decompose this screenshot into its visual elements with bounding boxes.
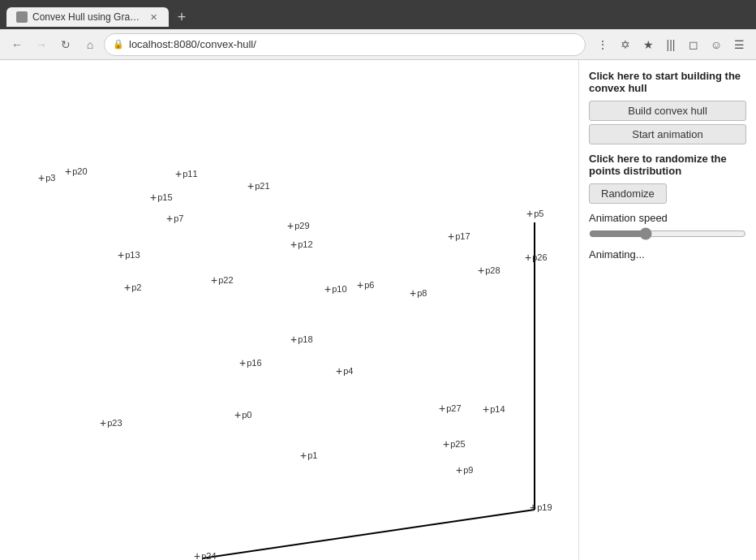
point-cross: +	[124, 282, 131, 293]
point-p20[interactable]: +p20	[65, 166, 88, 177]
active-tab[interactable]: Convex Hull using Graham s… ✕	[6, 7, 169, 27]
point-label: p26	[532, 252, 547, 262]
point-p25[interactable]: +p25	[443, 438, 466, 450]
back-button[interactable]: ←	[6, 34, 28, 55]
lock-icon: 🔒	[113, 39, 124, 50]
point-p10[interactable]: +p10	[324, 283, 347, 295]
speed-slider[interactable]	[589, 227, 746, 240]
point-cross: +	[247, 180, 254, 192]
point-label: p25	[450, 439, 465, 449]
tab-close-button[interactable]: ✕	[148, 11, 159, 23]
point-p15[interactable]: +p15	[150, 192, 173, 203]
point-p21[interactable]: +p21	[247, 180, 270, 192]
shield-icon[interactable]: ✡	[615, 34, 636, 55]
point-p13[interactable]: +p13	[118, 249, 140, 261]
browser-toolbar: ← → ↻ ⌂ 🔒 ⋮ ✡ ★ ||| ◻ ☺ ☰	[0, 29, 756, 60]
point-label: p20	[72, 166, 87, 176]
point-p27[interactable]: +p27	[439, 403, 462, 414]
point-p16[interactable]: +p16	[239, 357, 262, 368]
menu-icon[interactable]: ☰	[728, 34, 750, 55]
point-p14[interactable]: +p14	[483, 403, 505, 415]
point-label: p13	[125, 250, 140, 260]
point-label: p9	[463, 465, 473, 475]
point-cross: +	[290, 239, 297, 250]
point-p8[interactable]: +p8	[410, 287, 427, 299]
point-cross: +	[150, 192, 157, 203]
point-label: p29	[294, 221, 309, 230]
point-p11[interactable]: +p11	[175, 168, 198, 179]
point-cross: +	[530, 502, 536, 513]
point-label: p22	[218, 275, 233, 285]
animating-status: Animating...	[589, 248, 746, 261]
point-cross: +	[65, 166, 71, 177]
section2-title: Click here to randomize the points distr…	[589, 153, 746, 177]
point-cross: +	[287, 220, 294, 231]
point-label: p15	[157, 192, 172, 202]
point-label: p8	[417, 288, 427, 298]
url-input[interactable]	[129, 38, 577, 50]
point-p5[interactable]: +p5	[526, 208, 543, 219]
point-cross: +	[478, 265, 484, 276]
point-cross: +	[211, 274, 217, 286]
start-animation-button[interactable]: Start animation	[589, 124, 746, 144]
point-cross: +	[324, 283, 331, 295]
point-p0[interactable]: +p0	[234, 409, 251, 420]
point-cross: +	[239, 357, 246, 368]
point-label: p6	[364, 280, 374, 290]
point-label: p19	[537, 502, 552, 512]
point-p7[interactable]: +p7	[166, 213, 183, 224]
sidebar-icon[interactable]: ◻	[683, 34, 704, 55]
point-label: p21	[255, 181, 269, 191]
address-bar[interactable]: 🔒	[104, 33, 586, 56]
point-p29[interactable]: +p29	[287, 220, 310, 231]
point-p24[interactable]: +p24	[194, 550, 217, 560]
point-label: p12	[298, 239, 312, 249]
point-p28[interactable]: +p28	[478, 265, 500, 276]
point-cross: +	[166, 213, 173, 224]
point-cross: +	[290, 334, 297, 345]
point-p3[interactable]: +p3	[38, 172, 55, 183]
point-cross: +	[410, 287, 416, 299]
point-label: p27	[446, 403, 461, 413]
point-p1[interactable]: +p1	[300, 450, 317, 461]
point-cross: +	[336, 365, 342, 377]
page-content: +p0+p1+p2+p3+p4+p5+p6+p7+p8+p9+p10+p11+p…	[0, 60, 756, 560]
point-p9[interactable]: +p9	[456, 464, 473, 476]
point-p6[interactable]: +p6	[357, 279, 374, 291]
point-p12[interactable]: +p12	[290, 239, 313, 250]
profile-icon[interactable]: ☺	[706, 34, 727, 55]
hull-lines-svg	[0, 60, 578, 560]
randomize-button[interactable]: Randomize	[589, 183, 667, 204]
library-icon[interactable]: |||	[660, 34, 681, 55]
canvas-area[interactable]: +p0+p1+p2+p3+p4+p5+p6+p7+p8+p9+p10+p11+p…	[0, 60, 579, 560]
point-p23[interactable]: +p23	[100, 417, 122, 429]
point-cross: +	[357, 279, 363, 291]
point-cross: +	[175, 168, 182, 179]
extensions-icon[interactable]: ⋮	[592, 34, 613, 55]
point-p18[interactable]: +p18	[290, 334, 313, 345]
point-cross: +	[443, 438, 449, 450]
point-label: p0	[242, 410, 251, 420]
point-p19[interactable]: +p19	[530, 502, 552, 513]
new-tab-button[interactable]: +	[172, 7, 191, 27]
point-cross: +	[483, 403, 489, 415]
tab-favicon	[16, 11, 28, 23]
point-cross: +	[300, 450, 307, 461]
point-p17[interactable]: +p17	[448, 230, 470, 242]
forward-button[interactable]: →	[31, 34, 52, 55]
point-p22[interactable]: +p22	[211, 274, 234, 286]
point-label: p14	[490, 404, 505, 414]
refresh-button[interactable]: ↻	[55, 34, 76, 55]
point-label: p1	[307, 450, 317, 460]
star-icon[interactable]: ★	[638, 34, 659, 55]
tab-title: Convex Hull using Graham s…	[32, 11, 143, 23]
point-p26[interactable]: +p26	[525, 252, 548, 263]
point-label: p11	[183, 169, 197, 179]
right-panel: Click here to start building the convex …	[579, 60, 756, 560]
point-label: p5	[534, 209, 543, 218]
point-p2[interactable]: +p2	[124, 282, 141, 293]
home-button[interactable]: ⌂	[79, 34, 101, 55]
section1-title: Click here to start building the convex …	[589, 70, 746, 94]
point-p4[interactable]: +p4	[336, 365, 353, 377]
build-convex-hull-button[interactable]: Build convex hull	[589, 101, 746, 121]
